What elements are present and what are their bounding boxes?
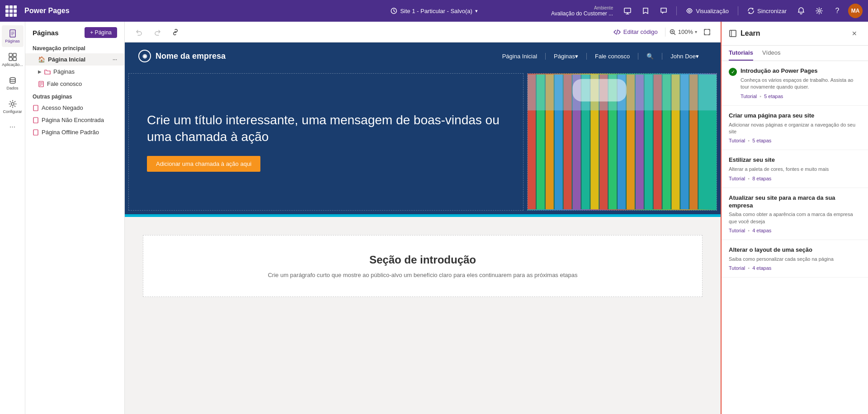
expand-icon-paginas: ▶ bbox=[38, 69, 42, 74]
sidebar-data-label: Dados bbox=[6, 86, 18, 91]
preview-button[interactable]: Visualização bbox=[682, 5, 732, 16]
second-toolbar: Editar código 100% ▾ bbox=[125, 22, 721, 42]
tutorial-desc-2: Alterar a paleta de cores, fontes e muit… bbox=[729, 166, 861, 173]
edit-code-button[interactable]: Editar código bbox=[610, 27, 661, 38]
nav-item-label-nao-encontrada: Página Não Encontrada bbox=[42, 117, 104, 123]
add-page-button[interactable]: + Página bbox=[85, 27, 117, 38]
tutorial-meta-1: Tutorial • 5 etapas bbox=[729, 138, 861, 143]
nav-item-fale-conosco[interactable]: Fale conosco bbox=[25, 78, 124, 90]
learn-close-button[interactable]: ✕ bbox=[848, 27, 861, 40]
tutorial-title-0: Introdução ao Power Pages bbox=[741, 67, 861, 75]
site-info-text: Site 1 - Particular - Salvo(a) bbox=[400, 8, 472, 14]
svg-rect-39 bbox=[730, 30, 736, 37]
nav-item-nao-encontrada[interactable]: Página Não Encontrada bbox=[25, 114, 124, 126]
sidebar-item-pages[interactable]: Páginas bbox=[2, 25, 24, 47]
learn-book-icon bbox=[729, 29, 737, 38]
learn-tab-tutorials[interactable]: Tutoriais bbox=[729, 46, 753, 61]
other-pages-title: Outras páginas bbox=[25, 90, 124, 102]
page-icon-offline-padrao bbox=[33, 129, 39, 136]
environment-info: Ambiente Avaliação do Customer ... bbox=[551, 5, 613, 17]
svg-rect-12 bbox=[33, 105, 38, 111]
user-avatar[interactable]: MA bbox=[848, 4, 863, 18]
site-nav-link-pages[interactable]: Páginas▾ bbox=[546, 53, 587, 60]
tutorial-item-0[interactable]: ✓ Introdução ao Power Pages Conheça os v… bbox=[722, 61, 868, 106]
site-nav-link-search[interactable]: 🔍 bbox=[638, 53, 662, 60]
hero-image-area[interactable] bbox=[527, 73, 717, 211]
sidebar-item-apps[interactable]: Aplicação... bbox=[2, 49, 24, 71]
folder-icon-paginas bbox=[44, 69, 51, 75]
hero-image bbox=[528, 74, 717, 210]
tutorial-meta-2: Tutorial • 8 etapas bbox=[729, 176, 861, 181]
site-nav-link-user-label: John Doe▾ bbox=[670, 53, 699, 60]
undo-button[interactable] bbox=[132, 25, 146, 39]
zoom-control[interactable]: 100% ▾ bbox=[669, 28, 697, 36]
sync-label: Sincronizar bbox=[757, 8, 787, 14]
tutorial-meta-4: Tutorial • 4 etapas bbox=[729, 265, 861, 271]
link-button[interactable] bbox=[168, 25, 183, 39]
toolbar-right: Editar código 100% ▾ bbox=[610, 26, 713, 38]
tutorial-meta-3: Tutorial • 4 etapas bbox=[729, 228, 861, 233]
hero-text-area[interactable]: Crie um título interessante, uma mensage… bbox=[128, 73, 524, 211]
svg-rect-8 bbox=[13, 57, 16, 61]
waffle-icon[interactable] bbox=[5, 5, 16, 16]
tutorial-item-2[interactable]: Estilizar seu site Alterar a paleta de c… bbox=[722, 150, 868, 188]
sidebar-item-configure[interactable]: Configurar bbox=[2, 96, 24, 118]
tutorial-steps-1: 5 etapas bbox=[752, 138, 771, 143]
nav-item-pagina-inicial[interactable]: 🏠 Página Inicial ··· bbox=[25, 53, 124, 66]
site-nav-link-search-label: 🔍 bbox=[646, 53, 654, 60]
svg-point-10 bbox=[11, 103, 14, 105]
learn-tab-videos[interactable]: Vídeos bbox=[762, 46, 780, 61]
tutorial-item-1[interactable]: Criar uma página para seu site Adicionar… bbox=[722, 106, 868, 151]
site-nav-link-user[interactable]: John Doe▾ bbox=[662, 53, 707, 60]
svg-point-3 bbox=[818, 10, 821, 12]
nav-separator bbox=[676, 6, 677, 15]
intro-section[interactable]: Seção de introdução Crie um parágrafo cu… bbox=[143, 235, 703, 297]
learn-tabs: Tutoriais Vídeos bbox=[722, 46, 868, 61]
nav-item-label-pagina-inicial: Página Inicial bbox=[48, 56, 85, 63]
tutorial-title-2: Estilizar seu site bbox=[729, 156, 861, 164]
nav-item-label-offline-padrao: Página Offline Padrão bbox=[42, 129, 99, 136]
hero-image-svg bbox=[528, 74, 717, 210]
tutorial-steps-3: 4 etapas bbox=[752, 228, 771, 233]
site-nav-link-home[interactable]: Página Inicial bbox=[494, 53, 546, 60]
tutorial-sep-0: • bbox=[760, 94, 761, 99]
tutorial-steps-4: 4 etapas bbox=[752, 265, 771, 271]
notification-icon[interactable] bbox=[794, 4, 808, 18]
preview-pages-icon[interactable] bbox=[620, 4, 635, 18]
zoom-chevron[interactable]: ▾ bbox=[695, 29, 697, 34]
bookmark-icon[interactable] bbox=[638, 4, 653, 18]
site-info-chevron[interactable]: ▾ bbox=[475, 8, 478, 14]
site-logo-text: Nome da empresa bbox=[156, 52, 226, 61]
tutorial-item-3[interactable]: Atualizar seu site para a marca da sua e… bbox=[722, 188, 868, 240]
sync-button[interactable]: Sincronizar bbox=[744, 5, 790, 16]
nav-item-paginas[interactable]: ▶ Páginas bbox=[25, 66, 124, 78]
nav-item-offline-padrao[interactable]: Página Offline Padrão bbox=[25, 126, 124, 138]
pages-panel-header: Páginas + Página bbox=[25, 22, 124, 42]
site-info-bar[interactable]: Site 1 - Particular - Salvo(a) ▾ bbox=[390, 7, 478, 14]
preview-label: Visualização bbox=[696, 8, 729, 14]
sidebar-more-dots[interactable]: ··· bbox=[9, 123, 15, 131]
nav-item-more-pagina-inicial[interactable]: ··· bbox=[113, 56, 117, 63]
sidebar-item-data[interactable]: Dados bbox=[2, 72, 24, 94]
hero-title: Crie um título interessante, uma mensage… bbox=[147, 112, 505, 145]
hero-cta-button[interactable]: Adicionar uma chamada à ação aqui bbox=[147, 156, 260, 172]
tutorial-type-1: Tutorial bbox=[729, 138, 745, 143]
expand-button[interactable] bbox=[701, 26, 713, 38]
redo-button[interactable] bbox=[150, 25, 165, 39]
left-sidebar: Páginas Aplicação... Dados Co bbox=[0, 22, 25, 414]
sidebar-apps-label: Aplicação... bbox=[2, 62, 23, 67]
site-nav-link-contact[interactable]: Fale conosco bbox=[587, 53, 638, 60]
svg-rect-6 bbox=[13, 53, 16, 56]
top-navigation: Power Pages Site 1 - Particular - Salvo(… bbox=[0, 0, 868, 22]
help-icon[interactable]: ? bbox=[830, 4, 844, 18]
svg-rect-13 bbox=[33, 118, 38, 123]
settings-icon[interactable] bbox=[812, 4, 826, 18]
tutorial-item-4[interactable]: Alterar o layout de uma seção Saiba como… bbox=[722, 240, 868, 278]
chat-icon[interactable] bbox=[656, 4, 671, 18]
canvas-content: ◉ Nome da empresa Página Inicial Páginas… bbox=[125, 42, 721, 315]
intro-text: Crie um parágrafo curto que mostre ao pú… bbox=[152, 272, 693, 278]
nav-item-acesso-negado[interactable]: Acesso Negado bbox=[25, 102, 124, 114]
tutorial-check-0: ✓ bbox=[729, 68, 737, 76]
learn-panel: Learn ✕ Tutoriais Vídeos ✓ Introdução ao… bbox=[721, 22, 868, 414]
env-label: Ambiente bbox=[594, 5, 613, 10]
